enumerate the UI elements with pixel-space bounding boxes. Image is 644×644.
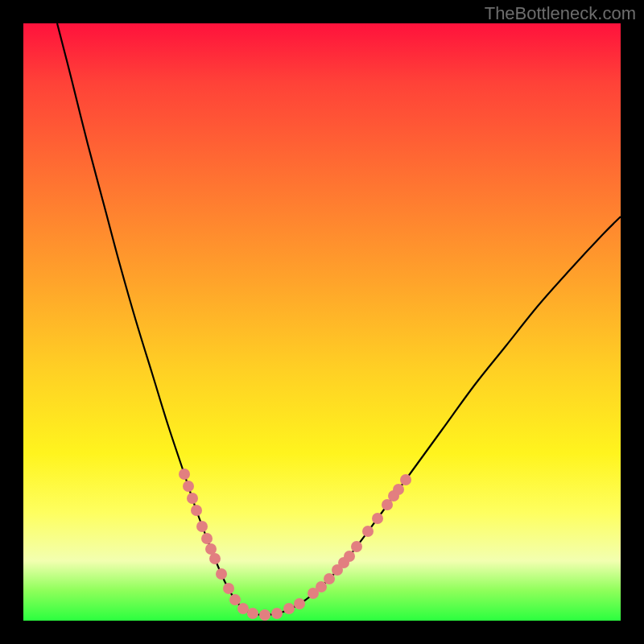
curve-marker	[179, 469, 190, 480]
chart-svg	[23, 23, 621, 621]
curve-marker	[362, 526, 374, 537]
curve-marker	[400, 474, 411, 485]
curve-marker	[324, 573, 335, 584]
chart-frame: TheBottleneck.com	[0, 0, 644, 644]
curve-marker	[237, 603, 249, 614]
curve-marker	[247, 608, 258, 619]
curve-marker	[351, 541, 362, 552]
curve-marker	[294, 598, 305, 609]
curve-marker	[205, 543, 217, 555]
curve-marker	[393, 484, 404, 495]
marker-group	[179, 469, 411, 621]
curve-marker	[187, 493, 198, 504]
curve-marker	[271, 608, 283, 619]
bottleneck-curve	[57, 23, 621, 615]
curve-marker	[196, 521, 208, 532]
curve-marker	[209, 553, 221, 564]
curve-marker	[201, 533, 213, 544]
curve-marker	[183, 481, 194, 492]
curve-marker	[283, 603, 295, 614]
curve-marker	[259, 609, 270, 621]
curve-marker	[223, 583, 234, 594]
curve-marker	[229, 594, 241, 605]
curve-marker	[191, 505, 202, 516]
curve-marker	[372, 513, 383, 524]
curve-marker	[316, 581, 327, 592]
watermark-text: TheBottleneck.com	[485, 3, 636, 24]
curve-marker	[216, 568, 227, 580]
curve-marker	[344, 551, 355, 562]
